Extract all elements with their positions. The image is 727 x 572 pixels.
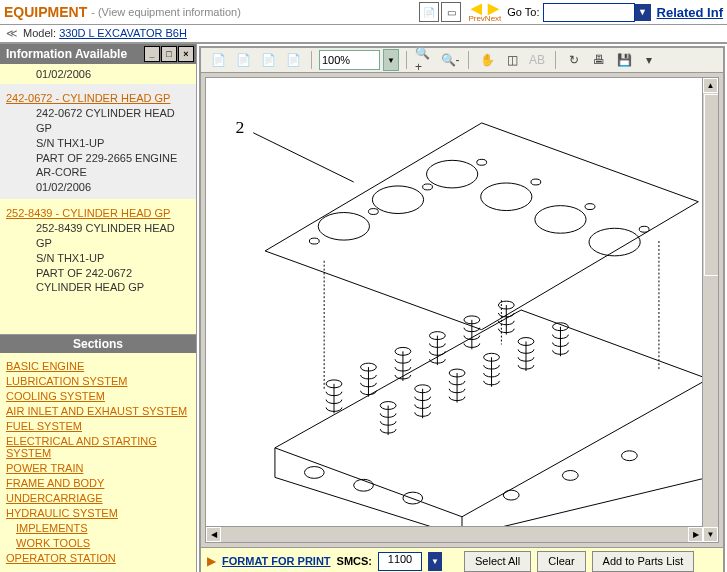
prev-label: Prev xyxy=(468,15,484,23)
viewer-toolbar: 📄 📄 📄 📄 100% ▼ 🔍+ 🔍- ✋ ◫ AB ↻ 🖶 💾 ▾ xyxy=(201,48,723,73)
part-detail-line: 01/02/2006 xyxy=(36,180,190,195)
goto-label: Go To: xyxy=(507,6,539,18)
smcs-dropdown-icon[interactable]: ▼ xyxy=(428,552,442,571)
sections-list[interactable]: BASIC ENGINELUBRICATION SYSTEMCOOLING SY… xyxy=(0,353,196,572)
section-link[interactable]: LUBRICATION SYSTEM xyxy=(6,375,190,387)
part-header-link[interactable]: 252-8439 - CYLINDER HEAD GP xyxy=(6,207,190,219)
info-date: 01/02/2006 xyxy=(36,68,190,80)
svg-point-12 xyxy=(639,226,649,232)
part-detail-line: PART OF 242-0672 CYLINDER HEAD GP xyxy=(36,266,190,296)
smcs-label: SMCS: xyxy=(337,555,372,567)
model-link[interactable]: 330D L EXCAVATOR B6H xyxy=(59,27,187,39)
section-link[interactable]: FRAME AND BODY xyxy=(6,477,190,489)
goto-dropdown-button[interactable]: ▼ xyxy=(635,4,651,21)
section-link[interactable]: UNDERCARRIAGE xyxy=(6,492,190,504)
info-available-header: Information Available _ □ × xyxy=(0,44,196,64)
doc3-icon[interactable]: 📄 xyxy=(257,49,279,71)
select-icon[interactable]: ◫ xyxy=(501,49,523,71)
svg-line-13 xyxy=(253,133,353,182)
doc-icon[interactable]: 📄 xyxy=(419,2,439,22)
print-icon[interactable]: 🖶 xyxy=(588,49,610,71)
scroll-up-icon[interactable]: ▲ xyxy=(703,78,718,93)
svg-point-7 xyxy=(368,209,378,215)
callout-2: 2 xyxy=(236,117,245,137)
close-icon[interactable]: × xyxy=(178,46,194,62)
section-link[interactable]: FUEL SYSTEM xyxy=(6,420,190,432)
model-label: Model: xyxy=(23,27,56,39)
zoom-out-icon[interactable]: 🔍- xyxy=(439,49,461,71)
svg-point-3 xyxy=(481,183,532,211)
svg-point-9 xyxy=(477,159,487,165)
svg-point-1 xyxy=(372,186,423,214)
doc2-icon[interactable]: 📄 xyxy=(232,49,254,71)
page-icon[interactable]: ▭ xyxy=(441,2,461,22)
add-to-parts-list-button[interactable]: Add to Parts List xyxy=(592,551,695,572)
scroll-thumb[interactable] xyxy=(704,94,719,276)
section-link[interactable]: OPERATOR STATION xyxy=(6,552,190,564)
diagram-viewer[interactable]: 2 xyxy=(205,77,719,543)
doc4-icon[interactable]: 📄 xyxy=(282,49,304,71)
format-arrow-icon: ▶ xyxy=(207,554,216,568)
zoom-value[interactable]: 100% xyxy=(319,50,380,70)
part-detail-line: PART OF 229-2665 ENGINE AR-CORE xyxy=(36,151,190,181)
next-label: Next xyxy=(485,15,501,23)
select-all-button[interactable]: Select All xyxy=(464,551,531,572)
zoom-dropdown-icon[interactable]: ▼ xyxy=(383,49,399,71)
footer-bar: ▶ FORMAT FOR PRINT SMCS: 1100 ▼ Select A… xyxy=(201,547,723,572)
svg-point-6 xyxy=(309,238,319,244)
part-detail-line: S/N THX1-UP xyxy=(36,136,190,151)
more-icon[interactable]: ▾ xyxy=(638,49,660,71)
part-detail-line: 242-0672 CYLINDER HEAD GP xyxy=(36,106,190,136)
svg-point-11 xyxy=(585,204,595,210)
section-link[interactable]: IMPLEMENTS xyxy=(16,522,190,534)
part-detail-line: S/N THX1-UP xyxy=(36,251,190,266)
smcs-value[interactable]: 1100 xyxy=(378,552,422,571)
scroll-down-icon[interactable]: ▼ xyxy=(703,527,718,542)
info-list[interactable]: 01/02/2006242-0672 - CYLINDER HEAD GP242… xyxy=(0,64,196,335)
related-info-link[interactable]: Related Inf xyxy=(657,5,723,20)
next-button[interactable]: ▶Next xyxy=(485,1,501,23)
svg-point-4 xyxy=(535,206,586,234)
format-for-print-link[interactable]: FORMAT FOR PRINT xyxy=(222,555,331,567)
section-link[interactable]: WORK TOOLS xyxy=(16,537,190,549)
maximize-icon[interactable]: □ xyxy=(161,46,177,62)
section-link[interactable]: HYDRAULIC SYSTEM xyxy=(6,507,190,519)
refresh-icon[interactable]: ↻ xyxy=(563,49,585,71)
new-doc-icon[interactable]: 📄 xyxy=(207,49,229,71)
part-header-link[interactable]: 242-0672 - CYLINDER HEAD GP xyxy=(6,92,190,104)
part-detail-line: 252-8439 CYLINDER HEAD GP xyxy=(36,221,190,251)
sections-header: Sections xyxy=(0,335,196,353)
hand-icon[interactable]: ✋ xyxy=(476,49,498,71)
back-caret-icon[interactable]: ≪ xyxy=(6,27,18,39)
prev-button[interactable]: ◀Prev xyxy=(468,1,484,23)
minimize-icon[interactable]: _ xyxy=(144,46,160,62)
section-link[interactable]: COOLING SYSTEM xyxy=(6,390,190,402)
clear-button[interactable]: Clear xyxy=(537,551,585,572)
svg-point-2 xyxy=(427,160,478,188)
horizontal-scrollbar[interactable]: ◀ ▶ xyxy=(206,526,703,542)
svg-point-0 xyxy=(318,213,369,241)
goto-select[interactable] xyxy=(543,3,635,22)
section-link[interactable]: ELECTRICAL AND STARTING SYSTEM xyxy=(6,435,190,459)
section-link[interactable]: AIR INLET AND EXHAUST SYSTEM xyxy=(6,405,190,417)
svg-point-8 xyxy=(423,184,433,190)
vertical-scrollbar[interactable]: ▲ ▼ xyxy=(702,78,718,542)
section-link[interactable]: POWER TRAIN xyxy=(6,462,190,474)
text-select-icon[interactable]: AB xyxy=(526,49,548,71)
zoom-in-icon[interactable]: 🔍+ xyxy=(414,49,436,71)
page-subtitle: - (View equipment information) xyxy=(91,6,241,18)
page-title: EQUIPMENT xyxy=(4,4,87,20)
info-available-title: Information Available xyxy=(6,47,127,61)
svg-point-10 xyxy=(531,179,541,185)
scroll-left-icon[interactable]: ◀ xyxy=(206,527,221,542)
section-link[interactable]: BASIC ENGINE xyxy=(6,360,190,372)
save-icon[interactable]: 💾 xyxy=(613,49,635,71)
scroll-right-icon[interactable]: ▶ xyxy=(688,527,703,542)
